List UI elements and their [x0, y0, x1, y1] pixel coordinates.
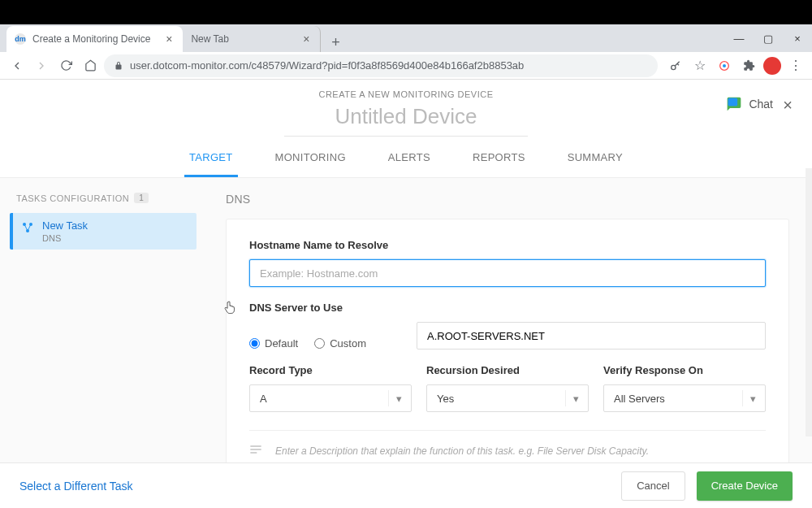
- sidebar-count-badge: 1: [134, 193, 149, 203]
- close-icon[interactable]: ×: [163, 33, 175, 45]
- tab-monitoring[interactable]: MONITORING: [270, 151, 351, 177]
- home-icon[interactable]: [80, 55, 101, 76]
- svg-point-2: [723, 64, 726, 67]
- record-type-value: A: [260, 393, 267, 405]
- tab-favicon: dm: [15, 33, 26, 45]
- close-icon[interactable]: ×: [783, 24, 812, 52]
- new-tab-button[interactable]: +: [326, 33, 345, 52]
- sidebar-item-title: New Task: [42, 219, 88, 232]
- close-icon[interactable]: ×: [780, 98, 796, 114]
- dns-server-label: DNS Server to Use: [249, 302, 766, 314]
- tab-summary[interactable]: SUMMARY: [563, 151, 628, 177]
- scrollbar[interactable]: [806, 168, 812, 436]
- chat-label: Chat: [749, 98, 773, 111]
- profile-icon[interactable]: [763, 57, 781, 75]
- tab-alerts[interactable]: ALERTS: [383, 151, 435, 177]
- key-icon[interactable]: [666, 56, 685, 76]
- hostname-label: Hostname Name to Resolve: [249, 239, 766, 251]
- chat-button[interactable]: Chat: [726, 96, 773, 112]
- minimize-icon[interactable]: —: [724, 24, 754, 52]
- footer-bar: Select a Different Task Cancel Create De…: [0, 462, 812, 508]
- form-card: Hostname Name to Resolve DNS Server to U…: [226, 219, 789, 462]
- create-device-button[interactable]: Create Device: [697, 471, 793, 501]
- header-label: CREATE A NEW MONITORING DEVICE: [0, 89, 812, 99]
- extension-circle-icon[interactable]: [715, 56, 734, 76]
- sidebar-heading: TASKS CONFIGURATION 1: [10, 193, 197, 213]
- tab-target[interactable]: TARGET: [184, 151, 238, 177]
- select-different-task-link[interactable]: Select a Different Task: [19, 480, 133, 493]
- record-type-label: Record Type: [249, 364, 412, 376]
- chevron-down-icon: ▾: [742, 390, 758, 406]
- forward-icon: [31, 55, 52, 76]
- verify-select[interactable]: All Servers ▾: [603, 384, 766, 412]
- cancel-button[interactable]: Cancel: [621, 471, 685, 501]
- app-body: TASKS CONFIGURATION 1 New Task DNS DNS H…: [0, 178, 812, 462]
- verify-value: All Servers: [614, 393, 665, 405]
- sidebar: TASKS CONFIGURATION 1 New Task DNS: [0, 178, 203, 462]
- browser-tab-inactive[interactable]: New Tab ×: [183, 26, 321, 52]
- url-text: user.dotcom-monitor.com/c48579/Wizard?pi…: [130, 59, 524, 72]
- description-placeholder: Enter a Description that explain the fun…: [275, 445, 649, 457]
- browser-tab-bar: dm Create a Monitoring Device × New Tab …: [0, 24, 812, 52]
- browser-address-bar: user.dotcom-monitor.com/c48579/Wizard?pi…: [0, 52, 812, 80]
- kebab-menu-icon[interactable]: ⋮: [786, 56, 806, 76]
- lock-icon: [114, 61, 123, 71]
- radio-custom-input[interactable]: [314, 338, 325, 349]
- maximize-icon[interactable]: ▢: [754, 24, 783, 52]
- section-title: DNS: [226, 193, 789, 206]
- radio-default-label: Default: [265, 337, 298, 350]
- app-header: CREATE A NEW MONITORING DEVICE Untitled …: [0, 80, 812, 178]
- sidebar-item-subtitle: DNS: [42, 233, 88, 243]
- chevron-down-icon: ▾: [565, 390, 581, 406]
- browser-tab-active[interactable]: dm Create a Monitoring Device ×: [6, 26, 183, 52]
- tab-title: New Tab: [191, 33, 228, 45]
- recursion-select[interactable]: Yes ▾: [426, 384, 589, 412]
- chat-icon: [726, 96, 742, 112]
- sidebar-heading-text: TASKS CONFIGURATION: [16, 193, 129, 203]
- record-type-select[interactable]: A ▾: [249, 384, 412, 412]
- tab-reports[interactable]: REPORTS: [468, 151, 530, 177]
- dns-server-input[interactable]: [417, 322, 766, 350]
- sidebar-item-new-task[interactable]: New Task DNS: [10, 213, 197, 250]
- back-icon[interactable]: [6, 55, 28, 76]
- hostname-input[interactable]: [249, 259, 766, 287]
- radio-default[interactable]: Default: [249, 337, 298, 350]
- address-input[interactable]: user.dotcom-monitor.com/c48579/Wizard?pi…: [104, 54, 658, 77]
- radio-custom[interactable]: Custom: [314, 337, 366, 350]
- radio-default-input[interactable]: [249, 338, 260, 349]
- reload-icon[interactable]: [55, 55, 76, 76]
- recursion-value: Yes: [437, 393, 454, 405]
- notes-icon: [249, 444, 262, 458]
- chevron-down-icon: ▾: [388, 390, 404, 406]
- description-row[interactable]: Enter a Description that explain the fun…: [249, 430, 766, 458]
- title-underline: [284, 136, 528, 137]
- tab-title: Create a Monitoring Device: [32, 33, 150, 45]
- recursion-label: Recursion Desired: [426, 364, 589, 376]
- window-controls: — ▢ ×: [724, 24, 812, 52]
- wizard-tabs: TARGET MONITORING ALERTS REPORTS SUMMARY: [0, 151, 812, 178]
- radio-custom-label: Custom: [330, 337, 366, 350]
- verify-label: Verify Response On: [603, 364, 766, 376]
- extensions-icon[interactable]: [739, 56, 758, 76]
- star-icon[interactable]: ☆: [690, 56, 710, 76]
- task-icon: [21, 221, 34, 237]
- main-content: DNS Hostname Name to Resolve DNS Server …: [203, 178, 812, 462]
- device-title[interactable]: Untitled Device: [0, 104, 812, 129]
- close-icon[interactable]: ×: [300, 33, 312, 45]
- svg-rect-3: [728, 98, 738, 106]
